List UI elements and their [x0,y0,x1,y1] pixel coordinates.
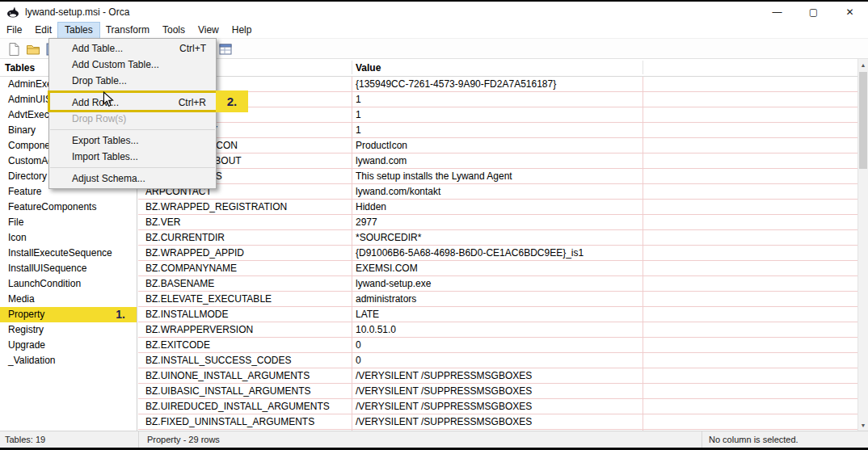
menu-item-label: Drop Row(s) [72,113,126,124]
sidebar-item[interactable]: File [0,215,137,230]
cell-property: BZ.INSTALL_SUCCESS_CODES [145,353,292,368]
cell-value: LATE [356,307,379,322]
sidebar-item-label: Media [8,292,35,307]
sidebar-item[interactable]: _Validation [0,353,137,368]
table-row[interactable]: BZ.ELEVATE_EXECUTABLE administrators [138,292,857,307]
table-row[interactable]: BZ.WRAPPERVERSION 10.0.51.0 [138,322,857,338]
table-row[interactable]: BZ.EXITCODE 0 [138,338,857,353]
property-table: Property Value UpgradeCode {135949CC-726… [138,59,868,431]
table-row[interactable]: BZ.WRAPPED_APPID {D91006B6-5A68-4698-B6D… [138,246,857,261]
menu-item-label: Add Table... [72,43,123,54]
tables-view-icon[interactable] [218,42,233,57]
menubar-item[interactable]: Tables [58,23,99,38]
mouse-cursor-icon [102,91,115,107]
cell-property: BZ.UIBASIC_INSTALL_ARGUMENTS [145,384,311,398]
sidebar-item[interactable]: Registry [0,322,137,338]
vertical-scrollbar[interactable]: ▲ ▼ [857,59,868,431]
menu-item[interactable] [49,165,216,170]
statusbar: Tables: 19 Property - 29 rows No column … [0,431,868,448]
menubar: File Edit Tables Transform Tools View [0,23,868,38]
menu-item-label: Import Tables... [72,151,138,162]
sidebar-item-label: Icon [8,230,27,246]
menu-item[interactable]: Add Table... Ctrl+T [49,40,216,57]
cell-value: /VERYSILENT /SUPPRESSMSGBOXES [356,414,532,429]
sidebar-item[interactable]: Upgrade [0,338,137,353]
table-rows: UpgradeCode {135949CC-7261-4573-9A90-FD2… [138,77,857,431]
sidebar-item-label: InstallUISequence [8,261,86,276]
close-button[interactable]: ✕ [832,2,868,23]
table-row[interactable]: BZ.WRAPPED_REGISTRATION Hidden [138,200,857,215]
minimize-button[interactable]: — [759,2,795,23]
table-row[interactable]: ARPCONTACT lywand.com/kontakt [138,184,857,200]
table-row[interactable]: ARPPRODUCTICON ProductIcon [138,138,857,154]
table-row[interactable]: BZ.CURRENTDIR *SOURCEDIR* [138,230,857,246]
table-row[interactable]: BZ.BASENAME lywand-setup.exe [138,276,857,292]
sidebar-item[interactable]: Icon [0,230,137,246]
sidebar-item[interactable]: InstallUISequence [0,261,137,276]
annotation-step2-box: 2. [48,90,248,112]
menubar-item-label: View [198,24,219,36]
menubar-item[interactable]: File [0,23,28,38]
cell-value: Hidden [356,200,386,214]
menubar-item[interactable]: Transform [99,23,156,38]
menu-item[interactable]: Export Tables... [49,132,216,149]
sidebar-item-label: LaunchCondition [8,276,81,292]
sidebar-item-label: _Validation [8,353,56,368]
open-file-icon[interactable] [26,42,40,57]
sidebar-item[interactable]: LaunchCondition [0,276,137,292]
scroll-up-icon[interactable]: ▲ [858,59,868,70]
table-row[interactable]: BZ.VER 2977 [138,215,857,230]
sidebar-item[interactable]: InstallExecuteSequence [0,246,137,261]
menu-item[interactable]: Adjust Schema... [49,170,216,187]
new-file-icon[interactable] [6,42,21,57]
cell-property: BZ.EXITCODE [145,338,210,352]
sidebar-item[interactable]: FeatureComponents [0,200,137,215]
scrollbar-thumb[interactable] [859,72,867,169]
annotation-step2-badge: 2. [216,90,248,112]
menu-item[interactable]: Import Tables... [49,149,216,165]
table-row[interactable]: BZ.FIXED_UNINSTALL_ARGUMENTS /VERYSILENT… [138,414,857,430]
cell-property: BZ.VER [145,215,180,229]
menubar-item[interactable]: Help [225,23,259,38]
table-row[interactable]: ARPCOMMENTS This setup installs the Lywa… [138,169,857,184]
menubar-item-label: Edit [35,24,52,36]
cell-value: 10.0.51.0 [356,322,396,337]
status-selection: Property - 29 rows [138,431,702,448]
maximize-button[interactable]: ▢ [795,2,832,23]
sidebar-item-label: File [8,215,23,230]
cell-property: BZ.UINONE_INSTALL_ARGUMENTS [145,368,310,383]
table-row[interactable]: BZ.UINONE_INSTALL_ARGUMENTS /VERYSILENT … [138,368,857,384]
table-row[interactable]: ARPNOMODIFY 1 [138,123,857,138]
sidebar-item[interactable]: Property 1. [0,307,137,322]
menu-item[interactable] [49,127,216,132]
menu-item[interactable]: Drop Row(s) [49,111,216,127]
table-row[interactable]: BZ.UIBASIC_INSTALL_ARGUMENTS /VERYSILENT… [138,384,857,399]
cell-value: 1 [356,92,361,107]
table-row[interactable]: BZ.INSTALL_SUCCESS_CODES 0 [138,353,857,368]
sidebar-item-label: Feature [8,184,41,200]
sidebar-item-label: Upgrade [8,338,45,353]
menu-item[interactable]: Add Custom Table... [49,57,216,73]
menubar-item-label: Tables [65,24,93,36]
sidebar-item-label: Property [8,307,44,322]
column-divider[interactable] [643,61,643,74]
table-row[interactable]: BZ.UIREDUCED_INSTALL_ARGUMENTS /VERYSILE… [138,399,857,414]
menubar-item[interactable]: Tools [156,23,192,38]
table-row[interactable]: BZ.COMPANYNAME EXEMSI.COM [138,261,857,276]
menubar-item-label: File [6,24,22,36]
column-divider[interactable] [352,61,352,74]
sidebar-item[interactable]: Media [0,292,137,307]
cell-value: /VERYSILENT /SUPPRESSMSGBOXES [356,368,532,383]
cell-value: 2977 [356,215,377,229]
cell-property: BZ.INSTALLMODE [145,307,228,322]
menu-item[interactable]: Drop Table... [49,73,216,89]
table-row[interactable]: BZ.INSTALLMODE LATE [138,307,857,322]
menubar-item[interactable]: View [192,23,225,38]
column-header-value[interactable]: Value [356,62,381,74]
cell-value: /VERYSILENT /SUPPRESSMSGBOXES [356,399,532,414]
table-row[interactable]: ARPURLINFOABOUT lywand.com [138,154,857,169]
orca-window: lywand-setup.msi - Orca — ▢ ✕ File Edit … [0,0,868,450]
window-title: lywand-setup.msi - Orca [25,6,129,18]
menubar-item[interactable]: Edit [28,23,58,38]
scroll-down-icon[interactable]: ▼ [858,419,868,431]
